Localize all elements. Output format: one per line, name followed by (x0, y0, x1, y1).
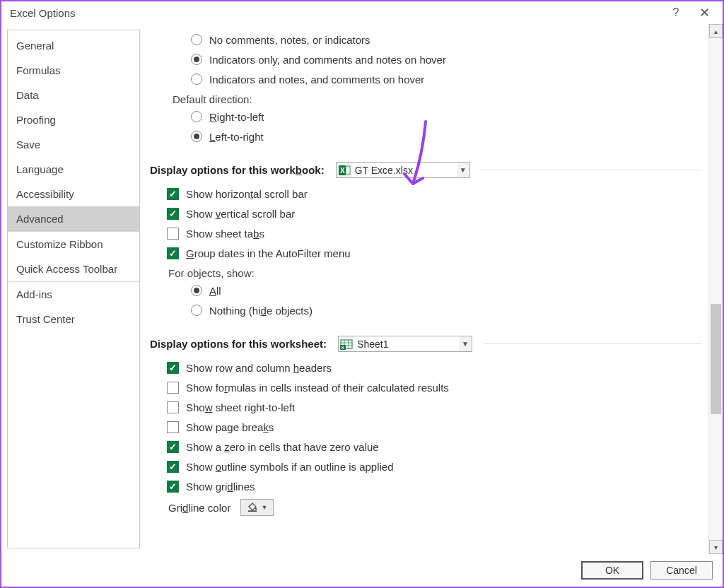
radio-icon (191, 131, 202, 142)
checkbox-sheet-tabs[interactable]: Show sheet tabs (167, 223, 707, 243)
checkbox-icon (167, 188, 179, 200)
chevron-down-icon: ▼ (459, 340, 472, 348)
sidebar-item-customize-ribbon[interactable]: Customize Ribbon (8, 232, 139, 257)
radio-objects-all[interactable]: All (191, 281, 707, 300)
sidebar-item-accessibility[interactable]: Accessibility (8, 182, 139, 206)
checkbox-gridlines[interactable]: Show gridlines (167, 476, 707, 496)
checkbox-show-formulas[interactable]: Show formulas in cells instead of their … (167, 377, 707, 397)
window-title: Excel Options (10, 7, 662, 19)
gridline-color-label: Gridline color (168, 502, 230, 514)
svg-rect-2 (346, 166, 350, 175)
sidebar-item-quick-access-toolbar[interactable]: Quick Access Toolbar (8, 257, 139, 281)
checkbox-label: Show horizontal scroll bar (186, 188, 308, 200)
radio-icon (191, 305, 202, 316)
radio-label: No comments, notes, or indicators (209, 34, 370, 46)
radio-objects-nothing[interactable]: Nothing (hide objects) (191, 300, 707, 320)
checkbox-zero-values[interactable]: Show a zero in cells that have zero valu… (167, 437, 707, 457)
gridline-color-button[interactable]: ▼ (240, 499, 274, 516)
checkbox-label: Show sheet right-to-left (186, 401, 295, 413)
titlebar: Excel Options ? ✕ (1, 1, 723, 24)
sidebar-item-advanced[interactable]: Advanced (8, 206, 139, 231)
default-direction-label: Default direction: (173, 93, 707, 105)
checkbox-v-scroll[interactable]: Show vertical scroll bar (167, 204, 707, 223)
radio-indicators-and-notes[interactable]: Indicators and notes, and comments on ho… (191, 69, 707, 89)
radio-indicators-only[interactable]: Indicators only, and comments and notes … (191, 49, 707, 69)
radio-label: All (209, 285, 221, 297)
radio-label: Indicators only, and comments and notes … (209, 54, 446, 66)
close-button[interactable]: ✕ (690, 1, 718, 24)
worksheet-icon: x (339, 337, 354, 351)
checkbox-label: Group dates in the AutoFilter menu (186, 247, 351, 259)
checkbox-page-breaks[interactable]: Show page breaks (167, 417, 707, 437)
checkbox-icon (167, 441, 179, 453)
content-pane: No comments, notes, or indicators Indica… (140, 24, 723, 554)
chevron-down-icon: ▼ (261, 504, 267, 511)
checkbox-outline-symbols[interactable]: Show outline symbols if an outline is ap… (167, 457, 707, 476)
checkbox-label: Show a zero in cells that have zero valu… (186, 441, 379, 453)
checkbox-icon (167, 208, 179, 220)
scrollbar-thumb[interactable] (711, 304, 721, 414)
checkbox-icon (167, 247, 179, 259)
radio-ltr[interactable]: Left-to-right (191, 127, 707, 146)
scrollbar-track[interactable] (709, 38, 723, 540)
checkbox-icon (167, 401, 179, 413)
sidebar-item-proofing[interactable]: Proofing (8, 107, 139, 132)
checkbox-icon (167, 421, 179, 433)
sidebar-item-general[interactable]: General (8, 33, 139, 58)
section-worksheet-label: Display options for this worksheet: (150, 338, 327, 350)
sidebar-item-data[interactable]: Data (8, 83, 139, 107)
radio-label: Left-to-right (209, 131, 264, 143)
checkbox-label: Show outline symbols if an outline is ap… (186, 461, 394, 473)
sidebar-item-trust-center[interactable]: Trust Center (8, 307, 139, 331)
checkbox-label: Show gridlines (186, 481, 255, 493)
scroll-up-arrow-icon[interactable]: ▴ (709, 24, 723, 38)
radio-icon (191, 54, 202, 65)
svg-point-10 (255, 507, 257, 510)
workbook-dropdown-value: GT Exce.xlsx (352, 163, 457, 177)
checkbox-label: Show sheet tabs (186, 228, 264, 240)
help-button[interactable]: ? (662, 1, 690, 24)
sidebar: General Formulas Data Proofing Save Lang… (7, 30, 140, 548)
checkbox-icon (167, 362, 179, 374)
section-workbook-label: Display options for this workbook: (150, 164, 325, 176)
worksheet-dropdown-value: Sheet1 (354, 336, 459, 351)
cancel-button[interactable]: Cancel (650, 561, 713, 580)
footer: OK Cancel (1, 554, 723, 587)
radio-icon (191, 285, 202, 296)
checkbox-row-col-headers[interactable]: Show row and column headers (167, 358, 707, 377)
svg-text:X: X (340, 167, 345, 175)
sidebar-item-language[interactable]: Language (8, 157, 139, 182)
radio-icon (191, 111, 202, 122)
chevron-down-icon: ▼ (457, 166, 469, 174)
radio-label: Indicators and notes, and comments on ho… (209, 74, 424, 86)
checkbox-icon (167, 461, 179, 473)
ok-button[interactable]: OK (581, 561, 643, 580)
radio-label: Right-to-left (209, 111, 264, 123)
radio-icon (191, 34, 202, 45)
checkbox-label: Show vertical scroll bar (186, 208, 295, 220)
sidebar-item-save[interactable]: Save (8, 132, 139, 157)
sidebar-item-formulas[interactable]: Formulas (8, 58, 139, 83)
checkbox-h-scroll[interactable]: Show horizontal scroll bar (167, 184, 707, 204)
checkbox-group-dates[interactable]: Group dates in the AutoFilter menu (167, 243, 707, 263)
radio-label: Nothing (hide objects) (209, 305, 313, 317)
checkbox-icon (167, 228, 179, 240)
paint-bucket-icon (247, 502, 258, 514)
svg-text:x: x (341, 345, 344, 350)
radio-rtl[interactable]: Right-to-left (191, 107, 707, 127)
checkbox-label: Show formulas in cells instead of their … (186, 382, 449, 394)
checkbox-label: Show page breaks (186, 421, 274, 433)
checkbox-label: Show row and column headers (186, 362, 332, 374)
checkbox-icon (167, 481, 179, 493)
excel-file-icon: X (337, 163, 352, 177)
checkbox-sheet-rtl[interactable]: Show sheet right-to-left (167, 397, 707, 417)
worksheet-dropdown[interactable]: x Sheet1 ▼ (338, 336, 472, 352)
workbook-dropdown[interactable]: X GT Exce.xlsx ▼ (336, 162, 470, 178)
scroll-down-arrow-icon[interactable]: ▾ (709, 540, 723, 554)
vertical-scrollbar[interactable]: ▴ ▾ (708, 24, 723, 554)
sidebar-item-add-ins[interactable]: Add-ins (8, 282, 139, 307)
checkbox-icon (167, 382, 179, 394)
for-objects-label: For objects, show: (168, 267, 707, 279)
radio-no-comments[interactable]: No comments, notes, or indicators (191, 30, 707, 49)
svg-rect-11 (248, 510, 257, 511)
